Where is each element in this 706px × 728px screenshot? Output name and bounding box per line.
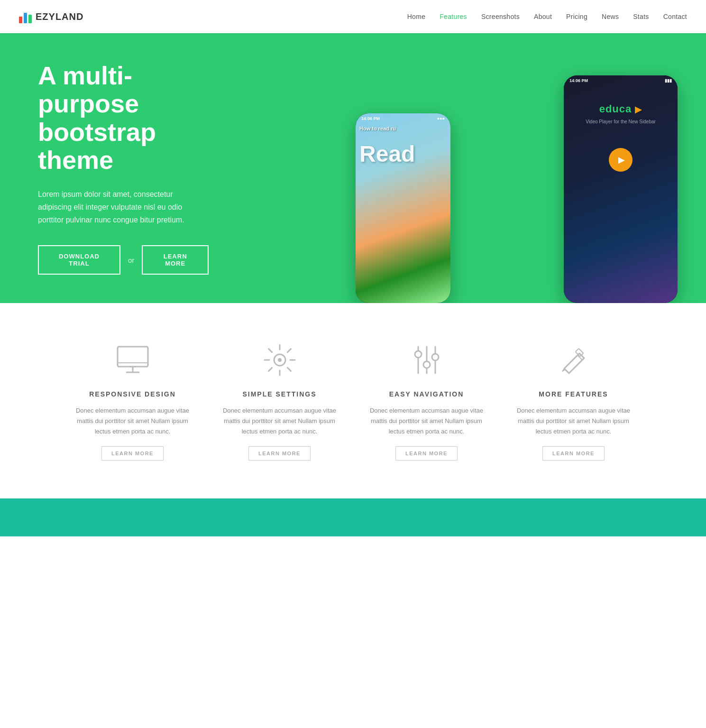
feature-title-responsive: RESPONSIVE DESIGN <box>89 390 176 398</box>
feature-desc-settings: Donec elementum accumsan augue vitae mat… <box>216 405 344 437</box>
nav-news[interactable]: News <box>602 13 619 20</box>
nav-about[interactable]: About <box>534 13 552 20</box>
phone-app-right: educa ▶ Video Player for the New Sidebar <box>564 84 678 176</box>
svg-line-12 <box>287 349 291 352</box>
feature-btn-settings[interactable]: LEARN MORE <box>248 446 311 461</box>
logo-icon <box>19 10 32 23</box>
download-trial-button[interactable]: DOWNLOAD TRIAL <box>38 245 120 275</box>
feature-navigation: EASY NAVIGATION Donec elementum accumsan… <box>363 341 491 461</box>
feature-settings: SIMPLE SETTINGS Donec elementum accumsan… <box>216 341 344 461</box>
svg-point-5 <box>278 358 282 362</box>
feature-title-more: MORE FEATURES <box>539 390 608 398</box>
educa-play-icon: ▶ <box>635 105 642 114</box>
phone-battery-right: ▮▮▮ <box>665 78 672 83</box>
features-grid: RESPONSIVE DESIGN Donec elementum accums… <box>69 341 638 461</box>
logo[interactable]: EZYLAND <box>19 10 83 23</box>
nav-screenshots[interactable]: Screenshots <box>481 13 520 20</box>
phone-signal-left: ●●● <box>437 116 445 121</box>
phone-screen-right: 14:06 PM ▮▮▮ educa ▶ Video Player for th… <box>564 75 678 303</box>
educa-logo: educa ▶ <box>599 103 642 115</box>
hero-section: A multi-purpose bootstrap theme Lorem ip… <box>0 33 706 303</box>
hero-content: A multi-purpose bootstrap theme Lorem ip… <box>0 33 247 303</box>
svg-line-10 <box>268 349 272 352</box>
svg-line-11 <box>287 368 291 371</box>
feature-btn-navigation[interactable]: LEARN MORE <box>395 446 458 461</box>
phone-left: 14:06 PM ●●● How to read ru Read <box>356 113 450 303</box>
feature-responsive: RESPONSIVE DESIGN Donec elementum accums… <box>69 341 197 461</box>
svg-point-17 <box>415 351 422 358</box>
teal-footer-section <box>0 498 706 536</box>
educa-play-button <box>609 148 633 172</box>
feature-desc-more: Donec elementum accumsan augue vitae mat… <box>510 405 638 437</box>
nav-home[interactable]: Home <box>407 13 426 20</box>
phone-statusbar-left: 14:06 PM ●●● <box>356 113 450 122</box>
feature-title-navigation: EASY NAVIGATION <box>389 390 464 398</box>
hero-buttons: DOWNLOAD TRIAL or LEARN MORE <box>38 245 209 275</box>
nav-contact[interactable]: Contact <box>663 13 687 20</box>
learn-more-button[interactable]: LEARN MORE <box>142 245 209 275</box>
pencil-icon <box>555 341 593 379</box>
nav-stats[interactable]: Stats <box>633 13 649 20</box>
nav-features[interactable]: Features <box>440 13 467 20</box>
phone-statusbar-right: 14:06 PM ▮▮▮ <box>564 75 678 84</box>
phones-container: 14:06 PM ●●● How to read ru Read 14:06 P… <box>318 52 706 303</box>
feature-btn-responsive[interactable]: LEARN MORE <box>101 446 164 461</box>
svg-rect-0 <box>118 347 148 367</box>
svg-line-13 <box>268 368 272 371</box>
phone-time-left: 14:06 PM <box>361 116 380 121</box>
settings-icon <box>261 341 299 379</box>
app-title-left: How to read ru <box>359 126 447 131</box>
nav-links: Home Features Screenshots About Pricing … <box>407 12 687 21</box>
feature-more: MORE FEATURES Donec elementum accumsan a… <box>510 341 638 461</box>
features-section: RESPONSIVE DESIGN Donec elementum accums… <box>0 303 706 498</box>
phone-right: 14:06 PM ▮▮▮ educa ▶ Video Player for th… <box>564 75 678 303</box>
feature-btn-more[interactable]: LEARN MORE <box>542 446 605 461</box>
hero-or-text: or <box>128 256 134 264</box>
phone-time-right: 14:06 PM <box>569 78 588 83</box>
svg-point-19 <box>432 354 439 360</box>
educa-subtitle: Video Player for the New Sidebar <box>586 119 656 124</box>
svg-point-18 <box>423 361 430 368</box>
logo-bar-blue <box>24 13 27 23</box>
nav-pricing[interactable]: Pricing <box>566 13 587 20</box>
feature-desc-responsive: Donec elementum accumsan augue vitae mat… <box>69 405 197 437</box>
phone-app-left: How to read ru Read <box>356 122 450 171</box>
hero-image: 14:06 PM ●●● How to read ru Read 14:06 P… <box>318 33 706 303</box>
monitor-icon <box>114 341 152 379</box>
sliders-icon <box>408 341 446 379</box>
phone-screen-left: 14:06 PM ●●● How to read ru Read <box>356 113 450 303</box>
navbar: EZYLAND Home Features Screenshots About … <box>0 0 706 33</box>
brand-name: EZYLAND <box>36 11 83 22</box>
logo-bar-red <box>19 17 22 23</box>
logo-bar-green <box>28 15 32 23</box>
hero-description: Lorem ipsum dolor sit amet, consectetur … <box>38 188 209 227</box>
hero-title: A multi-purpose bootstrap theme <box>38 62 209 175</box>
feature-title-settings: SIMPLE SETTINGS <box>242 390 316 398</box>
app-read-text: Read <box>359 141 447 167</box>
feature-desc-navigation: Donec elementum accumsan augue vitae mat… <box>363 405 491 437</box>
